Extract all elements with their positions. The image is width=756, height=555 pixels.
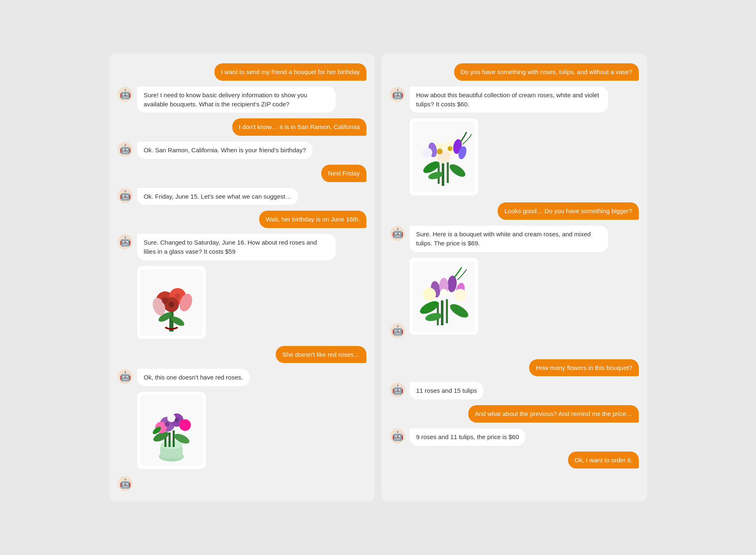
- bot-avatar: 🤖: [390, 86, 405, 102]
- svg-text:🤖: 🤖: [392, 430, 404, 442]
- bot-bubble: How about this beautiful collection of c…: [409, 86, 608, 113]
- user-bubble: How many flowers in this bouquet?: [529, 359, 639, 377]
- user-bubble: Do you have something with roses, tulips…: [454, 63, 639, 81]
- message-row: Ok, I want to order it.: [390, 452, 639, 469]
- svg-text:🤖: 🤖: [120, 190, 131, 201]
- svg-text:🤖: 🤖: [392, 89, 404, 100]
- svg-text:🤖: 🤖: [120, 478, 131, 489]
- message-row: 🤖 Ok. Friday, June 15. Let's see what we…: [117, 188, 366, 205]
- bot-bubble: Ok. San Ramon, California. When is your …: [137, 142, 313, 159]
- bot-avatar: 🤖: [117, 234, 133, 250]
- bot-avatar: 🤖: [390, 323, 405, 339]
- bot-avatar: 🤖: [117, 142, 133, 157]
- bouquet-image-2: [137, 392, 366, 470]
- message-row: 🤖 Sure. Here is a bouquet with white and…: [390, 226, 639, 252]
- right-chat-panel: Do you have something with roses, tulips…: [381, 53, 647, 502]
- user-bubble: I don't know… it is in San Ramon, Califo…: [232, 118, 366, 136]
- bot-bubble: Sure. Here is a bouquet with white and c…: [409, 226, 608, 252]
- bouquet-image-3: [409, 118, 639, 197]
- message-row: She doesn't like red roses…: [117, 346, 366, 363]
- bot-bubble: 11 roses and 15 tulips: [409, 382, 484, 399]
- bot-bubble: Ok, this one doesn't have red roses.: [137, 369, 250, 386]
- user-bubble: She doesn't like red roses…: [276, 346, 366, 363]
- bot-avatar: 🤖: [117, 369, 133, 384]
- svg-text:🤖: 🤖: [120, 371, 131, 382]
- message-row: 🤖 Ok, this one doesn't have red roses.: [117, 369, 366, 386]
- bot-avatar-row: 🤖: [390, 271, 639, 342]
- svg-point-37: [175, 418, 179, 422]
- svg-text:🤖: 🤖: [392, 384, 404, 395]
- left-chat-panel: I want to send my friend a bouquet for h…: [109, 53, 375, 502]
- svg-text:🤖: 🤖: [120, 236, 131, 247]
- svg-rect-27: [173, 430, 175, 447]
- message-row-avatar: 🤖: [117, 476, 366, 492]
- user-bubble: And what about the previous? And remind …: [468, 405, 639, 423]
- bot-avatar: 🤖: [117, 188, 133, 204]
- main-container: I want to send my friend a bouquet for h…: [109, 53, 647, 502]
- svg-point-35: [167, 414, 176, 422]
- user-bubble: Ok, I want to order it.: [568, 452, 639, 469]
- user-bubble: Next Friday: [321, 165, 366, 182]
- svg-text:🤖: 🤖: [120, 89, 131, 100]
- bot-bubble: 9 roses and 11 tulips, the price is $60: [409, 428, 525, 446]
- bot-bubble: Sure! I need to know basic delivery info…: [137, 86, 336, 113]
- message-row: Wait, her birthday is on June 16th.: [117, 211, 366, 228]
- bot-bubble: Sure. Changed to Saturday, June 16. How …: [137, 234, 336, 260]
- bot-avatar: 🤖: [390, 382, 405, 398]
- message-row: 🤖 How about this beautiful collection of…: [390, 86, 639, 113]
- bot-avatar: 🤖: [390, 428, 405, 444]
- svg-point-17: [162, 297, 169, 304]
- svg-text:🤖: 🤖: [392, 325, 404, 336]
- message-row: Do you have something with roses, tulips…: [390, 63, 639, 81]
- svg-point-34: [179, 419, 191, 431]
- svg-point-18: [175, 293, 181, 299]
- bot-avatar: 🤖: [117, 86, 133, 102]
- bot-avatar-bottom: 🤖: [117, 476, 133, 492]
- message-row: Next Friday: [117, 165, 366, 182]
- svg-rect-26: [169, 432, 171, 447]
- user-bubble: I want to send my friend a bouquet for h…: [214, 63, 366, 81]
- message-row: How many flowers in this bouquet?: [390, 359, 639, 377]
- message-row: 🤖 Ok. San Ramon, California. When is you…: [117, 142, 366, 159]
- message-row: And what about the previous? And remind …: [390, 405, 639, 423]
- message-row: 🤖 9 roses and 11 tulips, the price is $6…: [390, 428, 639, 446]
- message-row: 🤖 Sure! I need to know basic delivery in…: [117, 86, 366, 113]
- svg-point-58: [448, 146, 453, 151]
- message-row: I don't know… it is in San Ramon, Califo…: [117, 118, 366, 136]
- svg-point-56: [422, 148, 432, 158]
- message-row: I want to send my friend a bouquet for h…: [117, 63, 366, 81]
- svg-point-57: [437, 149, 443, 154]
- svg-rect-46: [447, 162, 449, 183]
- svg-text:🤖: 🤖: [392, 228, 404, 239]
- bot-bubble: Ok. Friday, June 15. Let's see what we c…: [137, 188, 298, 205]
- svg-point-25: [160, 441, 183, 449]
- user-bubble: Looks good… Do you have something bigger…: [498, 202, 639, 220]
- svg-point-36: [165, 422, 170, 427]
- user-bubble: Wait, her birthday is on June 16th.: [259, 211, 366, 228]
- message-row: 🤖 Sure. Changed to Saturday, June 16. Ho…: [117, 234, 366, 260]
- bot-avatar: 🤖: [390, 226, 405, 241]
- message-row: Looks good… Do you have something bigger…: [390, 202, 639, 220]
- bouquet-image-1: [137, 266, 366, 340]
- svg-point-19: [169, 302, 174, 308]
- message-row: 🤖 11 roses and 15 tulips: [390, 382, 639, 399]
- svg-text:🤖: 🤖: [120, 144, 131, 155]
